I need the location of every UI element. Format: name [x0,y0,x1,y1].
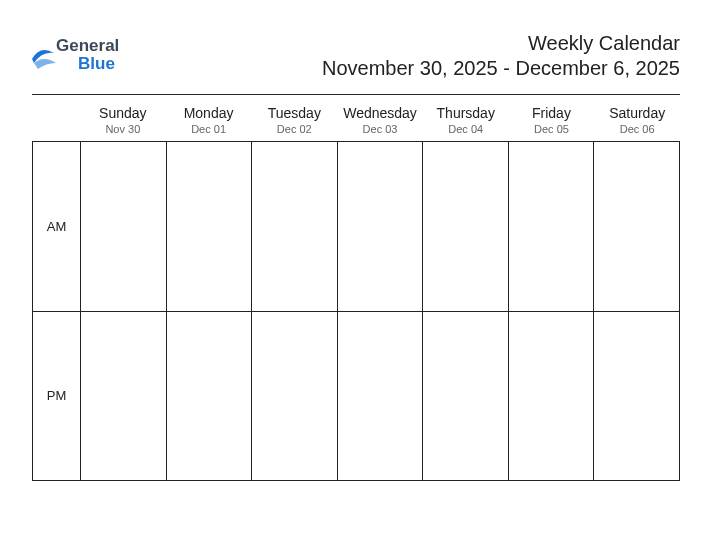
cell-pm-fri [508,311,594,481]
day-date: Dec 04 [423,123,509,135]
day-date: Dec 06 [594,123,680,135]
cell-pm-tue [251,311,337,481]
logo-text-general: General [56,36,119,56]
day-name: Thursday [423,105,509,121]
day-date: Nov 30 [80,123,166,135]
cell-am-fri [508,141,594,311]
day-date: Dec 03 [337,123,423,135]
logo-swoosh-icon [32,49,56,69]
cell-pm-wed [337,311,423,481]
logo-text-blue: Blue [78,54,115,74]
date-range: November 30, 2025 - December 6, 2025 [322,57,680,80]
cell-am-wed [337,141,423,311]
cell-pm-sat [593,311,680,481]
day-name: Saturday [594,105,680,121]
cells-column [80,141,680,481]
cell-am-thu [422,141,508,311]
title-block: Weekly Calendar November 30, 2025 - Dece… [322,32,680,80]
day-date: Dec 05 [509,123,595,135]
day-header-sat: Saturday Dec 06 [594,97,680,141]
day-name: Sunday [80,105,166,121]
day-name: Tuesday [251,105,337,121]
day-header-thu: Thursday Dec 04 [423,97,509,141]
header: General Blue Weekly Calendar November 30… [32,32,680,80]
day-header-wed: Wednesday Dec 03 [337,97,423,141]
period-column: AM PM [32,141,80,481]
page-title: Weekly Calendar [322,32,680,55]
day-name: Monday [166,105,252,121]
am-row [80,141,680,311]
day-name: Wednesday [337,105,423,121]
day-header-tue: Tuesday Dec 02 [251,97,337,141]
calendar-grid: AM PM [32,141,680,481]
period-pm: PM [32,311,80,482]
cell-pm-thu [422,311,508,481]
period-am: AM [32,141,80,311]
header-divider [32,94,680,95]
pm-row [80,311,680,481]
cell-am-tue [251,141,337,311]
day-date: Dec 01 [166,123,252,135]
cell-am-sat [593,141,680,311]
day-header-mon: Monday Dec 01 [166,97,252,141]
generalblue-logo: General Blue [32,32,152,80]
day-header-fri: Friday Dec 05 [509,97,595,141]
day-header-sun: Sunday Nov 30 [80,97,166,141]
day-name: Friday [509,105,595,121]
cell-am-mon [166,141,252,311]
day-headers: Sunday Nov 30 Monday Dec 01 Tuesday Dec … [80,97,680,141]
cell-pm-mon [166,311,252,481]
cell-pm-sun [80,311,166,481]
day-date: Dec 02 [251,123,337,135]
cell-am-sun [80,141,166,311]
